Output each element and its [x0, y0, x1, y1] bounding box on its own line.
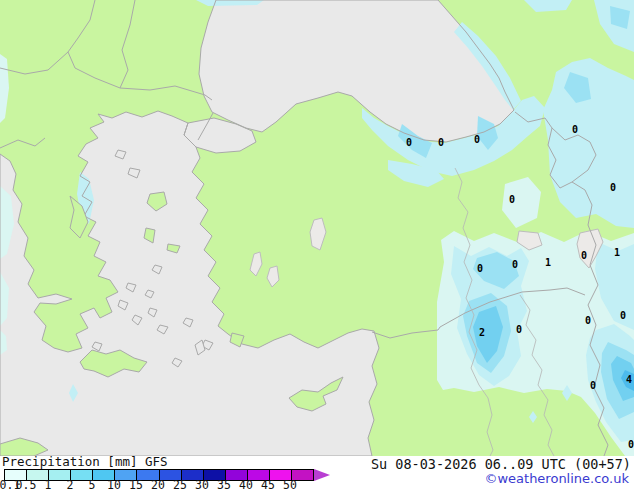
legend-tick-label: 30	[195, 478, 209, 490]
precip-value-label: 0	[590, 380, 596, 391]
precip-value-label: 0	[572, 124, 578, 135]
precip-value-label: 0	[438, 137, 444, 148]
precip-value-label: 0	[477, 263, 483, 274]
legend-tick-label: 15	[129, 478, 143, 490]
legend-tick-label: 5	[89, 478, 96, 490]
weather-map-page: 000000001012000040 Precipitation [mm] GF…	[0, 0, 634, 490]
legend-tick-label: 1	[45, 478, 52, 490]
legend-tick-label: 40	[239, 478, 253, 490]
legend-tick-label: 50	[283, 478, 297, 490]
map-canvas: 000000001012000040	[0, 0, 634, 456]
precip-value-label: 0	[512, 259, 518, 270]
precip-value-label: 0	[474, 134, 480, 145]
legend-tick-label: 35	[217, 478, 231, 490]
copyright-link[interactable]: ©weatheronline.co.uk	[484, 471, 629, 486]
precip-value-label: 0	[620, 310, 626, 321]
legend-tick-label: 45	[261, 478, 275, 490]
precipitation-map: 000000001012000040	[0, 0, 634, 456]
precip-value-label: 1	[545, 257, 551, 268]
precip-value-label: 0	[406, 137, 412, 148]
precip-value-label: 0	[509, 194, 515, 205]
precip-value-label: 0	[610, 182, 616, 193]
legend-tick-label: 10	[107, 478, 121, 490]
legend-tick-label: 25	[173, 478, 187, 490]
precip-value-label: 1	[614, 247, 620, 258]
precip-value-label: 4	[626, 374, 632, 385]
precip-value-label: 2	[479, 327, 485, 338]
legend-tick-label: 2	[67, 478, 74, 490]
legend-tick-label: 0.5	[16, 478, 37, 490]
legend-tick-labels: 0.10.5125101520253035404550	[0, 478, 340, 490]
precip-value-label: 0	[581, 250, 587, 261]
forecast-datetime: Su 08-03-2026 06..09 UTC (00+57)	[371, 456, 631, 472]
precip-value-label: 0	[585, 315, 591, 326]
precip-value-label: 0	[516, 324, 522, 335]
precip-value-label: 0	[628, 439, 634, 450]
legend-tick-label: 20	[151, 478, 165, 490]
legend-title: Precipitation [mm] GFS	[2, 454, 168, 469]
